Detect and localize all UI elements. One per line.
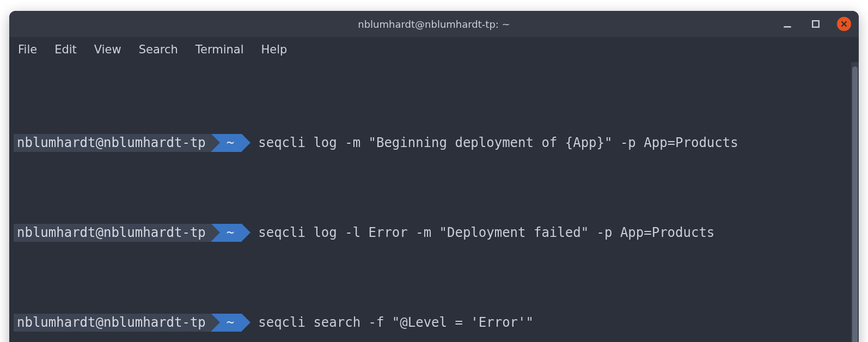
prompt-line: nblumhardt@nblumhardt-tp ~ seqcli search… bbox=[14, 314, 851, 332]
svg-rect-1 bbox=[812, 21, 819, 27]
terminal-window: nblumhardt@nblumhardt-tp: ~ File Edit Vi… bbox=[9, 11, 859, 342]
window-title: nblumhardt@nblumhardt-tp: ~ bbox=[358, 19, 510, 30]
menu-terminal[interactable]: Terminal bbox=[195, 43, 244, 56]
close-button[interactable] bbox=[837, 17, 851, 31]
menu-edit[interactable]: Edit bbox=[54, 43, 77, 56]
terminal-viewport[interactable]: nblumhardt@nblumhardt-tp ~ seqcli log -m… bbox=[9, 62, 851, 342]
scrollbar[interactable] bbox=[851, 62, 859, 342]
svg-rect-0 bbox=[784, 26, 791, 28]
command-text: seqcli log -m "Beginning deployment of {… bbox=[242, 134, 738, 152]
prompt-line: nblumhardt@nblumhardt-tp ~ seqcli log -m… bbox=[14, 134, 851, 152]
titlebar[interactable]: nblumhardt@nblumhardt-tp: ~ bbox=[9, 11, 859, 37]
prompt-userhost: nblumhardt@nblumhardt-tp bbox=[14, 224, 211, 242]
maximize-button[interactable] bbox=[809, 17, 823, 31]
window-controls bbox=[780, 11, 851, 37]
prompt-userhost: nblumhardt@nblumhardt-tp bbox=[14, 314, 211, 332]
prompt-userhost: nblumhardt@nblumhardt-tp bbox=[14, 134, 211, 152]
menu-search[interactable]: Search bbox=[139, 43, 178, 56]
command-text: seqcli search -f "@Level = 'Error'" bbox=[242, 314, 534, 332]
scrollbar-thumb[interactable] bbox=[852, 66, 858, 342]
menu-view[interactable]: View bbox=[94, 43, 121, 56]
menu-file[interactable]: File bbox=[18, 43, 37, 56]
menu-help[interactable]: Help bbox=[261, 43, 288, 56]
minimize-button[interactable] bbox=[780, 17, 794, 31]
menubar: File Edit View Search Terminal Help bbox=[9, 37, 859, 62]
command-text: seqcli log -l Error -m "Deployment faile… bbox=[242, 224, 714, 242]
prompt-line: nblumhardt@nblumhardt-tp ~ seqcli log -l… bbox=[14, 224, 851, 242]
